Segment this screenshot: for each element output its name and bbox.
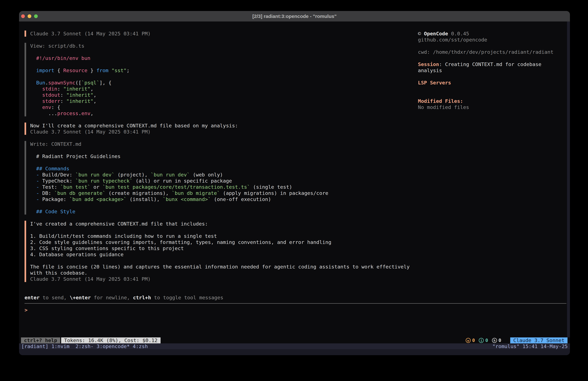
terminal-line: © OpenCode 0.0.45: [418, 30, 553, 37]
text-span: (install),: [126, 196, 163, 202]
text-span: enter: [24, 295, 40, 300]
prompt-input[interactable]: >: [24, 307, 28, 313]
close-button[interactable]: [21, 14, 25, 18]
text-span: "inherit": [66, 98, 93, 104]
text-span: -: [36, 184, 42, 190]
help-shortcut-chip[interactable]: ctrl+? help: [21, 337, 60, 343]
terminal-line: LSP Servers: [418, 80, 553, 86]
model-chip[interactable]: Claude 3.7 Sonnet: [510, 337, 567, 343]
text-span: `bun run dev`: [75, 172, 115, 178]
text-span: Package:: [42, 196, 69, 202]
tmux-bottom-padding: [19, 349, 570, 355]
terminal-line: - TypeCheck: `bun run typecheck` (all) o…: [30, 178, 410, 184]
terminal-line: cwd: /home/thdxr/dev/projects/radiant/ra…: [418, 49, 553, 55]
title-bar: [2/3] radiant:3:opencode - "romulus": [19, 11, 570, 22]
terminal-line: Session: Creating CONTEXT.md for codebas…: [418, 61, 553, 67]
status-bar-right: w0i0h0 Claude 3.7 Sonnet: [466, 337, 567, 343]
text-span: env: [81, 111, 90, 116]
text-span: Now I'll create a comprehensive CONTEXT.…: [30, 123, 238, 129]
text-span: process: [57, 111, 78, 116]
text-span: ], {: [99, 80, 111, 86]
text-span: Session: [418, 61, 439, 67]
text-span: "inherit": [66, 92, 93, 98]
terminal-line: env: {: [30, 104, 410, 110]
terminal-line: [30, 73, 410, 80]
text-span: 2. Code style guidelines covering import…: [30, 239, 331, 245]
text-span: 4. Database operations guidance: [30, 251, 124, 257]
text-span: {: [54, 67, 63, 73]
text-span: ;: [126, 67, 129, 73]
text-span: Claude 3.7 Sonnet (14 May 2025 03:41 PM): [30, 276, 151, 282]
composer-help-line: enter to send, \+enter for newline, ctrl…: [24, 294, 223, 301]
terminal-line: [418, 86, 553, 92]
traffic-lights: [21, 11, 38, 22]
diagnostics: w0i0h0: [466, 337, 505, 343]
text-span: for newline,: [91, 295, 133, 300]
terminal-line: [418, 73, 553, 80]
text-span: `bun db generate`: [54, 190, 105, 196]
terminal-line: 1. Build/lint/test commands including ho…: [30, 233, 410, 239]
terminal-line: ...process.env,: [30, 110, 410, 116]
tmux-window-list[interactable]: [radiant] 1:nvim 2:zsh- 3:opencode* 4:zs…: [21, 343, 148, 349]
text-span: ©: [418, 31, 424, 37]
terminal-line: No modified files: [418, 104, 553, 110]
status-bar-left: ctrl+? help Tokens: 16.4K (8%), Cost: $0…: [21, 337, 161, 343]
text-span: env: [30, 104, 51, 110]
message-block: Now I'll create a comprehensive CONTEXT.…: [24, 123, 410, 135]
warnings-indicator: w0: [466, 337, 475, 343]
terminal-line: I've created a comprehensive CONTEXT.md …: [30, 221, 410, 227]
text-span: [30, 196, 36, 202]
terminal-line: ## Code Style: [30, 208, 410, 215]
session-sidebar: © OpenCode 0.0.45github.com/sst/opencode…: [418, 30, 553, 110]
text-span: Write: CONTEXT.md: [30, 141, 81, 147]
text-span: Resource: [63, 67, 87, 73]
text-span: or: [90, 184, 103, 190]
terminal-line: Bun.spawnSync([`psql`], {: [30, 80, 410, 86]
text-span: with this codebase.: [30, 270, 87, 276]
info-icon: i: [479, 338, 484, 343]
terminal-line: Claude 3.7 Sonnet (14 May 2025 03:41 PM): [30, 129, 410, 135]
text-span: Modified Files:: [418, 98, 463, 104]
status-bar: ctrl+? help Tokens: 16.4K (8%), Cost: $0…: [19, 337, 567, 343]
tmux-session-clock: "romulus" 15:41 14-May-25: [492, 343, 568, 349]
zoom-button[interactable]: [34, 14, 38, 18]
message-block: View: script/db.ts #!/usr/bin/env bun im…: [24, 43, 410, 116]
terminal-line: enter to send, \+enter for newline, ctrl…: [24, 294, 223, 301]
text-span: DB:: [42, 190, 54, 196]
text-span: }: [87, 67, 97, 73]
terminal-line: # Radiant Project Guidelines: [30, 153, 410, 159]
text-span: LSP Servers: [418, 80, 451, 86]
text-span: (apply migrations) in packages/core: [220, 190, 328, 196]
terminal-line: 2. Code style guidelines covering import…: [30, 239, 410, 245]
app-window: [2/3] radiant:3:opencode - "romulus" Cla…: [19, 11, 570, 355]
tmux-status-bar: [radiant] 1:nvim 2:zsh- 3:opencode* 4:zs…: [19, 343, 570, 349]
terminal-line: - Package: `bun add <package>` (install)…: [30, 196, 410, 202]
text-span: 0.0.45: [448, 31, 469, 37]
terminal-line: [30, 159, 410, 165]
terminal-line: Modified Files:: [418, 98, 553, 104]
text-span: :: [60, 92, 66, 98]
minimize-button[interactable]: [28, 14, 31, 18]
text-span: .: [45, 80, 48, 86]
text-span: analysis: [418, 67, 442, 73]
text-span: stdout: [30, 92, 60, 98]
text-span: .: [78, 111, 82, 116]
text-span: `bun run typecheck`: [75, 178, 133, 184]
text-span: OpenCode: [424, 31, 448, 37]
text-span: ,: [90, 111, 93, 116]
text-span: -: [36, 172, 42, 178]
text-span: -: [36, 190, 42, 196]
text-span: [30, 172, 36, 178]
terminal-line: 4. Database operations guidance: [30, 251, 410, 257]
terminal-line: [30, 202, 410, 208]
terminal-line: [30, 257, 410, 264]
terminal-line: [30, 49, 410, 55]
terminal-line: import { Resource } from "sst";: [30, 67, 410, 73]
text-span: No modified files: [418, 104, 469, 110]
text-span: ([: [75, 80, 81, 86]
text-span: ,: [93, 92, 97, 98]
text-span: View: script/db.ts: [30, 43, 84, 49]
text-span: I've created a comprehensive CONTEXT.md …: [30, 221, 208, 227]
text-span: (project),: [115, 172, 151, 178]
text-span: 1. Build/lint/test commands including ho…: [30, 233, 217, 239]
